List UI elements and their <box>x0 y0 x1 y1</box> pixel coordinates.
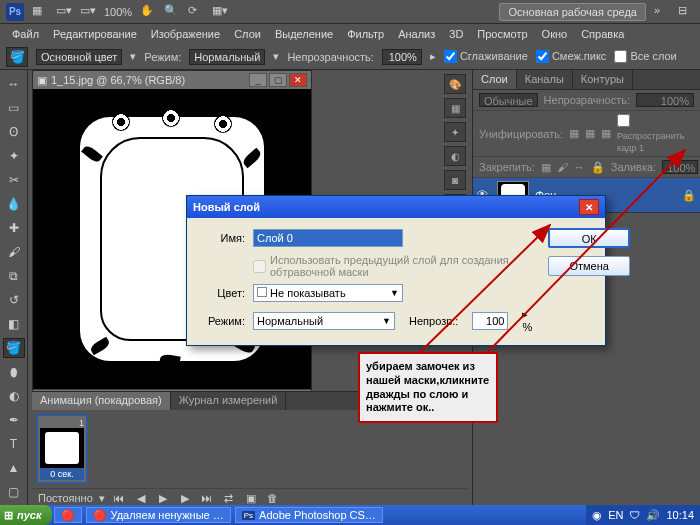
taskbar-item[interactable]: 🔴Удаляем ненужные … <box>86 507 231 523</box>
type-tool[interactable]: T <box>3 434 25 454</box>
minimize-button[interactable]: _ <box>249 73 267 87</box>
screen-mode-icon[interactable]: ▭▾ <box>80 4 96 20</box>
blend-mode-field[interactable]: Обычные <box>479 93 538 107</box>
blend-mode-select[interactable]: Нормальный <box>189 49 265 65</box>
contiguous-checkbox[interactable]: Смеж.пикс <box>536 50 607 64</box>
maximize-button[interactable]: ▢ <box>269 73 287 87</box>
fill-source[interactable]: Основной цвет <box>36 49 122 65</box>
tab-animation[interactable]: Анимация (покадровая) <box>32 392 171 410</box>
propagate-checkbox[interactable]: Распространить кадр 1 <box>617 114 694 153</box>
menu-select[interactable]: Выделение <box>269 26 339 42</box>
lang-indicator[interactable]: EN <box>608 509 623 521</box>
play-button[interactable]: ▶ <box>155 491 171 505</box>
move-tool[interactable]: ↔ <box>3 74 25 94</box>
tray-icon[interactable]: 🛡 <box>629 509 640 521</box>
dodge-tool[interactable]: ◐ <box>3 386 25 406</box>
rotate-view-icon[interactable]: ⟳ <box>188 4 204 20</box>
lasso-tool[interactable]: ʘ <box>3 122 25 142</box>
clock[interactable]: 10:14 <box>666 509 694 521</box>
shape-tool[interactable]: ▢ <box>3 482 25 502</box>
taskbar-item[interactable]: PsAdobe Photoshop CS… <box>235 507 383 523</box>
zoom-level[interactable]: 100% <box>104 6 132 18</box>
arrange-docs-icon[interactable]: ▦▾ <box>212 4 228 20</box>
dock-color-icon[interactable]: 🎨 <box>444 74 466 94</box>
menu-3d[interactable]: 3D <box>443 26 469 42</box>
tab-measurements[interactable]: Журнал измерений <box>171 392 287 410</box>
last-frame-button[interactable]: ⏭ <box>199 491 215 505</box>
menu-view[interactable]: Просмотр <box>471 26 533 42</box>
ok-button[interactable]: ОК <box>548 228 630 248</box>
menu-filter[interactable]: Фильтр <box>341 26 390 42</box>
dock-masks-icon[interactable]: ◙ <box>444 170 466 190</box>
dock-adjust-icon[interactable]: ◐ <box>444 146 466 166</box>
prev-frame-button[interactable]: ◀ <box>133 491 149 505</box>
path-select-tool[interactable]: ▲ <box>3 458 25 478</box>
tab-paths[interactable]: Контуры <box>573 70 633 89</box>
tween-button[interactable]: ⇄ <box>221 491 237 505</box>
delete-frame-button[interactable]: 🗑 <box>265 491 281 505</box>
menu-layer[interactable]: Слои <box>228 26 267 42</box>
tab-channels[interactable]: Каналы <box>517 70 573 89</box>
tab-layers[interactable]: Слои <box>473 70 517 89</box>
lock-all-icon[interactable]: 🔒 <box>591 161 605 174</box>
layer-opacity-field[interactable]: 100% <box>636 93 694 107</box>
brush-tool[interactable]: 🖌 <box>3 242 25 262</box>
menu-edit[interactable]: Редактирование <box>47 26 143 42</box>
history-brush-tool[interactable]: ↺ <box>3 290 25 310</box>
close-button[interactable]: ✕ <box>289 73 307 87</box>
unify-icon[interactable]: ▦ <box>585 127 595 140</box>
dlg-opacity-input[interactable] <box>472 312 508 330</box>
taskbar-item[interactable]: 🔴 <box>54 507 82 523</box>
menu-window[interactable]: Окно <box>536 26 574 42</box>
eyedropper-tool[interactable]: 💧 <box>3 194 25 214</box>
marquee-tool[interactable]: ▭ <box>3 98 25 118</box>
frame-delay[interactable]: 0 сек. <box>40 468 84 480</box>
dialog-titlebar[interactable]: Новый слой ✕ <box>187 196 605 218</box>
loop-select[interactable]: Постоянно <box>38 492 93 504</box>
current-tool-icon[interactable]: 🪣 <box>6 47 28 67</box>
heal-tool[interactable]: ✚ <box>3 218 25 238</box>
expand-icon[interactable]: » <box>654 4 670 20</box>
next-frame-button[interactable]: ▶ <box>177 491 193 505</box>
cancel-button[interactable]: Отмена <box>548 256 630 276</box>
bucket-tool[interactable]: 🪣 <box>3 338 25 358</box>
workspace-switcher[interactable]: Основная рабочая среда <box>499 3 646 21</box>
lock-move-icon[interactable]: ↔ <box>574 161 585 173</box>
system-tray[interactable]: ◉ EN 🛡 🔊 10:14 <box>586 505 700 525</box>
lock-trans-icon[interactable]: ▦ <box>541 161 551 174</box>
hand-tool-icon[interactable]: ✋ <box>140 4 156 20</box>
color-select[interactable]: Не показывать▼ <box>253 284 403 302</box>
lock-pixels-icon[interactable]: 🖌 <box>557 161 568 173</box>
unify-icon[interactable]: ▦ <box>569 127 579 140</box>
opacity-field[interactable]: 100% <box>382 49 422 65</box>
dock-swatches-icon[interactable]: ▦ <box>444 98 466 118</box>
unify-icon[interactable]: ▦ <box>601 127 611 140</box>
mode-select[interactable]: Нормальный▼ <box>253 312 395 330</box>
new-frame-button[interactable]: ▣ <box>243 491 259 505</box>
start-button[interactable]: ⊞ пуск <box>0 505 52 525</box>
animation-frame[interactable]: 1 0 сек. <box>36 414 88 484</box>
dock-styles-icon[interactable]: ✦ <box>444 122 466 142</box>
zoom-tool-icon[interactable]: 🔍 <box>164 4 180 20</box>
wand-tool[interactable]: ✦ <box>3 146 25 166</box>
menu-help[interactable]: Справка <box>575 26 630 42</box>
crop-tool[interactable]: ✂ <box>3 170 25 190</box>
eraser-tool[interactable]: ◧ <box>3 314 25 334</box>
first-frame-button[interactable]: ⏮ <box>111 491 127 505</box>
menu-analysis[interactable]: Анализ <box>392 26 441 42</box>
stamp-tool[interactable]: ⧉ <box>3 266 25 286</box>
menu-file[interactable]: Файл <box>6 26 45 42</box>
dialog-close-button[interactable]: ✕ <box>579 199 599 215</box>
bridge-icon[interactable]: ▦ <box>32 4 48 20</box>
name-input[interactable] <box>253 229 403 247</box>
blur-tool[interactable]: ⬮ <box>3 362 25 382</box>
pen-tool[interactable]: ✒ <box>3 410 25 430</box>
menu-image[interactable]: Изображение <box>145 26 226 42</box>
fill-field[interactable]: 100% <box>662 160 698 174</box>
all-layers-checkbox[interactable]: Все слои <box>614 50 676 64</box>
document-titlebar[interactable]: ▣ 1_15.jpg @ 66,7% (RGB/8) _ ▢ ✕ <box>33 71 311 89</box>
tray-icon[interactable]: ◉ <box>592 509 602 522</box>
tray-icon[interactable]: 🔊 <box>646 509 660 522</box>
view-extras-icon[interactable]: ▭▾ <box>56 4 72 20</box>
antialias-checkbox[interactable]: Сглаживание <box>444 50 528 64</box>
